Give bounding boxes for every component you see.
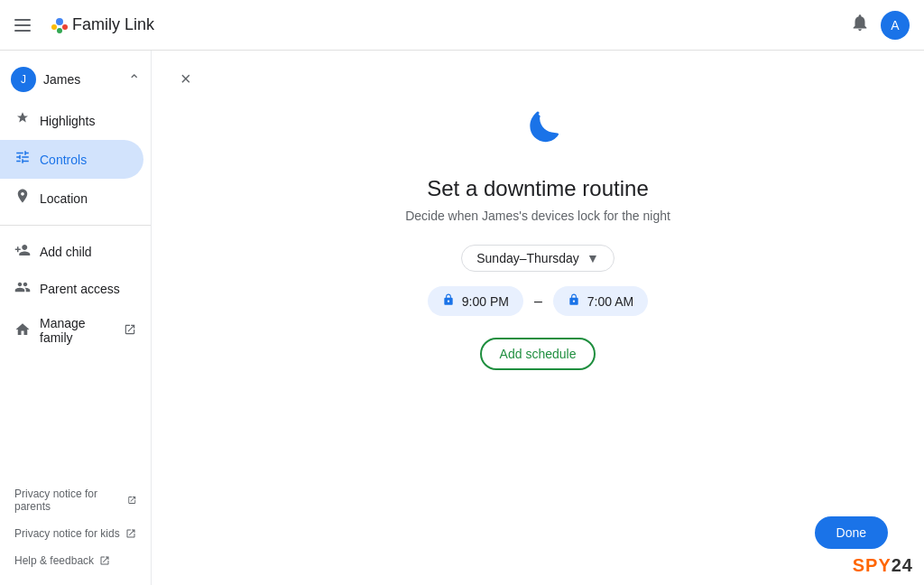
parent-access-icon xyxy=(14,279,31,298)
highlights-icon xyxy=(14,110,31,131)
sidebar-item-controls[interactable]: Controls xyxy=(0,140,143,179)
location-label: Location xyxy=(40,191,88,206)
sidebar-item-parent-access[interactable]: Parent access xyxy=(0,270,151,307)
end-time-pill[interactable]: 7:00 AM xyxy=(553,286,648,316)
help-external-icon xyxy=(99,555,110,566)
app-title: Family Link xyxy=(72,15,850,34)
header-actions: A xyxy=(850,11,910,40)
manage-family-label: Manage family xyxy=(40,316,115,345)
app-header: Family Link A xyxy=(0,0,924,51)
downtime-card: Set a downtime routine Decide when James… xyxy=(180,105,895,370)
start-time-value: 9:00 PM xyxy=(462,294,509,309)
notifications-icon[interactable] xyxy=(850,13,870,38)
main-layout: J James ⌃ Highlights Controls xyxy=(0,51,924,585)
chevron-up-icon: ⌃ xyxy=(128,71,140,88)
manage-family-external-icon xyxy=(124,323,136,339)
moon-icon xyxy=(514,105,561,162)
start-lock-icon xyxy=(442,293,455,309)
location-icon xyxy=(14,188,31,209)
svg-point-4 xyxy=(56,18,63,25)
privacy-kids-link[interactable]: Privacy notice for kids xyxy=(0,520,151,547)
menu-icon[interactable] xyxy=(14,19,36,32)
controls-label: Controls xyxy=(40,153,87,167)
card-subtitle: Decide when James's devices lock for the… xyxy=(405,209,670,223)
svg-point-5 xyxy=(62,24,68,30)
privacy-kids-external-icon xyxy=(125,528,136,539)
add-child-icon xyxy=(14,242,31,261)
child-avatar: J xyxy=(11,67,36,92)
svg-point-6 xyxy=(51,24,57,30)
svg-rect-1 xyxy=(14,24,31,26)
app-logo xyxy=(47,13,72,38)
card-title: Set a downtime routine xyxy=(427,176,648,201)
time-row: 9:00 PM – 7:00 AM xyxy=(428,286,648,316)
schedule-selector: Sunday–Thursday ▼ 9:00 PM – xyxy=(428,245,648,316)
sidebar-item-location[interactable]: Location xyxy=(0,179,143,218)
user-avatar[interactable]: A xyxy=(881,11,910,40)
highlights-label: Highlights xyxy=(40,114,95,128)
privacy-kids-label: Privacy notice for kids xyxy=(14,527,120,540)
end-lock-icon xyxy=(568,293,580,309)
sidebar-divider-1 xyxy=(0,225,151,226)
sidebar-item-add-child[interactable]: Add child xyxy=(0,233,151,270)
sidebar-item-manage-family[interactable]: Manage family xyxy=(0,307,151,354)
days-dropdown[interactable]: Sunday–Thursday ▼ xyxy=(461,245,614,272)
privacy-parents-label: Privacy notice for parents xyxy=(14,488,122,513)
parent-access-label: Parent access xyxy=(40,282,120,296)
end-time-value: 7:00 AM xyxy=(587,294,633,309)
help-label: Help & feedback xyxy=(14,554,94,567)
start-time-pill[interactable]: 9:00 PM xyxy=(428,286,523,316)
time-separator: – xyxy=(534,293,542,310)
privacy-parents-external-icon xyxy=(127,495,137,506)
done-button[interactable]: Done xyxy=(815,516,888,549)
child-name: James xyxy=(43,72,121,87)
add-schedule-button[interactable]: Add schedule xyxy=(480,338,596,370)
close-button[interactable]: × xyxy=(180,69,191,89)
svg-point-7 xyxy=(57,28,62,33)
sidebar: J James ⌃ Highlights Controls xyxy=(0,51,152,585)
days-dropdown-chevron-icon: ▼ xyxy=(587,251,599,265)
privacy-parents-link[interactable]: Privacy notice for parents xyxy=(0,480,151,520)
days-dropdown-value: Sunday–Thursday xyxy=(476,251,579,265)
svg-rect-2 xyxy=(14,30,31,32)
svg-rect-0 xyxy=(14,19,31,21)
sidebar-item-highlights[interactable]: Highlights xyxy=(0,101,143,140)
sidebar-user[interactable]: J James ⌃ xyxy=(0,58,151,101)
sidebar-footer: Privacy notice for parents Privacy notic… xyxy=(0,473,151,585)
controls-icon xyxy=(14,149,31,170)
manage-family-icon xyxy=(14,321,31,340)
add-child-label: Add child xyxy=(40,245,92,259)
help-feedback-link[interactable]: Help & feedback xyxy=(0,547,151,574)
main-content: × Set a downtime routine Decide when Jam… xyxy=(152,51,924,585)
